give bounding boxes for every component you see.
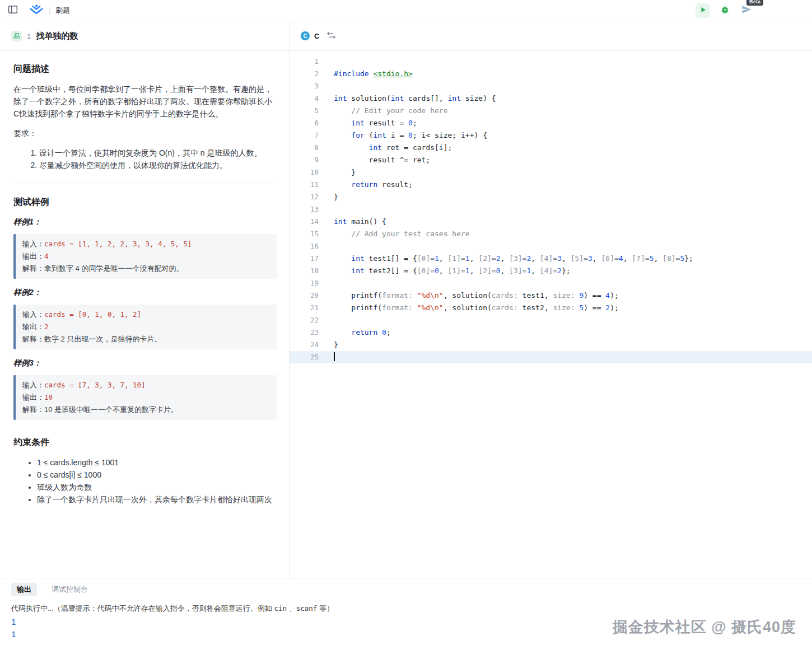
section-divider bbox=[13, 184, 277, 184]
line-number: 24 bbox=[290, 339, 319, 351]
sample-explanation: 解释：数字 2 只出现一次，是独特的卡片。 bbox=[22, 333, 270, 345]
line-number: 5 bbox=[290, 105, 319, 117]
line-number: 22 bbox=[290, 314, 319, 326]
code-line[interactable]: 5 // Edit your code here bbox=[290, 105, 812, 117]
console-tabs: 输出调试控制台 bbox=[11, 583, 801, 596]
requirements-list: 设计一个算法，使其时间复杂度为 O(n)，其中 n 是班级的人数。尽量减少额外空… bbox=[13, 147, 277, 171]
sidebar-toggle-icon bbox=[8, 4, 18, 16]
code-line[interactable]: 18 int test2[] = {[0]=0, [1]=1, [2]=0, [… bbox=[290, 265, 812, 277]
console-tab-debug[interactable]: 调试控制台 bbox=[52, 585, 88, 595]
code-line[interactable]: 14int main() { bbox=[290, 216, 812, 228]
console-tab-output[interactable]: 输出 bbox=[11, 583, 37, 596]
code-line[interactable]: 25 bbox=[290, 351, 812, 363]
output-line: 1 bbox=[11, 616, 801, 628]
line-number: 4 bbox=[290, 92, 319, 105]
section-title-samples: 测试样例 bbox=[13, 197, 277, 208]
code-line[interactable]: 15 // Add your test cases here bbox=[290, 228, 812, 240]
sample-output: 输出：4 bbox=[22, 250, 270, 263]
constraint-item: 除了一个数字卡片只出现一次外，其余每个数字卡片都恰好出现两次 bbox=[37, 493, 277, 506]
topbar-divider bbox=[49, 7, 50, 15]
juejin-logo[interactable] bbox=[29, 4, 44, 17]
code-line[interactable]: 13 bbox=[290, 203, 812, 216]
code-line[interactable]: 12} bbox=[290, 191, 812, 203]
run-button[interactable] bbox=[696, 3, 710, 18]
sample-label: 样例2： bbox=[13, 288, 277, 298]
constraints-list: 1 ≤ cards.length ≤ 10010 ≤ cards[i] ≤ 10… bbox=[13, 456, 277, 506]
line-number: 23 bbox=[290, 326, 319, 339]
difficulty-badge: 易 bbox=[11, 31, 22, 41]
debug-button[interactable] bbox=[717, 3, 732, 18]
line-number: 12 bbox=[290, 191, 319, 203]
editor-panel: C C 12#include <stdio.h>34int solution(i… bbox=[290, 21, 812, 578]
output-line: 1 bbox=[11, 628, 801, 641]
problem-title: 找单独的数 bbox=[36, 31, 78, 41]
code-line[interactable]: 11 return result; bbox=[290, 179, 812, 191]
bug-icon bbox=[720, 5, 730, 16]
code-line[interactable]: 22 bbox=[290, 314, 812, 326]
line-number: 25 bbox=[290, 351, 319, 363]
code-line[interactable]: 16 bbox=[290, 240, 812, 253]
problem-header: 易 1 找单独的数 bbox=[0, 21, 289, 51]
sample-box: 输入：cards = [1, 1, 2, 2, 3, 3, 4, 5, 5]输出… bbox=[13, 234, 277, 279]
beta-badge: Beta bbox=[746, 0, 763, 6]
line-number: 17 bbox=[290, 253, 319, 265]
requirement-item: 设计一个算法，使其时间复杂度为 O(n)，其中 n 是班级的人数。 bbox=[39, 147, 277, 159]
line-number: 13 bbox=[290, 203, 319, 216]
c-language-icon: C bbox=[301, 31, 310, 40]
constraint-item: 1 ≤ cards.length ≤ 1001 bbox=[37, 456, 277, 469]
requirements-label: 要求： bbox=[13, 129, 277, 139]
code-line[interactable]: 6 int result = 0; bbox=[290, 117, 812, 129]
app-window: 刷题 Beta bbox=[0, 0, 812, 645]
problem-body: 问题描述 在一个班级中，每位同学都拿到了一张卡片，上面有一个整数。有趣的是，除了… bbox=[0, 51, 289, 578]
sample-label: 样例1： bbox=[13, 217, 277, 227]
code-line[interactable]: 3 bbox=[290, 80, 812, 92]
requirement-item: 尽量减少额外空间的使用，以体现你的算法优化能力。 bbox=[39, 159, 277, 171]
samples-container: 样例1：输入：cards = [1, 1, 2, 2, 3, 3, 4, 5, … bbox=[13, 217, 277, 420]
line-number: 8 bbox=[290, 142, 319, 154]
sample-output: 输出：2 bbox=[22, 321, 270, 333]
app-title: 刷题 bbox=[55, 6, 70, 16]
sidebar-toggle-button[interactable] bbox=[6, 3, 20, 18]
topbar: 刷题 Beta bbox=[0, 0, 812, 21]
juejin-logo-icon bbox=[29, 4, 44, 17]
sample-box: 输入：cards = [7, 3, 3, 7, 10]输出：10解释：10 是班… bbox=[13, 375, 277, 420]
sample-label: 样例3： bbox=[13, 358, 277, 368]
console-outputs: 11 bbox=[11, 616, 801, 641]
code-line[interactable]: 1 bbox=[290, 55, 812, 68]
problem-panel: 易 1 找单独的数 问题描述 在一个班级中，每位同学都拿到了一张卡片，上面有一个… bbox=[0, 21, 290, 578]
code-line[interactable]: 23 return 0; bbox=[290, 326, 812, 339]
sample-box: 输入：cards = [0, 1, 0, 1, 2]输出：2解释：数字 2 只出… bbox=[13, 305, 277, 349]
sample-input: 输入：cards = [1, 1, 2, 2, 3, 3, 4, 5, 5] bbox=[22, 238, 270, 250]
line-number: 6 bbox=[290, 117, 319, 129]
console-panel: 输出调试控制台 代码执行中...（温馨提示：代码中不允许存在输入指令，否则将会阻… bbox=[0, 578, 812, 645]
swap-language-button[interactable] bbox=[327, 31, 335, 41]
paper-plane-icon bbox=[741, 4, 752, 16]
play-icon bbox=[699, 6, 707, 16]
code-line[interactable]: 20 printf(format: "%d\n", solution(cards… bbox=[290, 289, 812, 302]
line-number: 7 bbox=[290, 129, 319, 142]
line-number: 21 bbox=[290, 302, 319, 314]
code-line[interactable]: 21 printf(format: "%d\n", solution(cards… bbox=[290, 302, 812, 314]
line-number: 10 bbox=[290, 166, 319, 179]
section-title-description: 问题描述 bbox=[13, 63, 277, 75]
code-editor[interactable]: 12#include <stdio.h>34int solution(int c… bbox=[290, 51, 812, 578]
code-line[interactable]: 24} bbox=[290, 339, 812, 351]
console-message: 代码执行中...（温馨提示：代码中不允许存在输入指令，否则将会阻塞运行。例如 c… bbox=[11, 604, 801, 614]
code-line[interactable]: 7 for (int i = 0; i< size; i++) { bbox=[290, 129, 812, 142]
code-line[interactable]: 4int solution(int cards[], int size) { bbox=[290, 92, 812, 105]
section-title-constraints: 约束条件 bbox=[13, 437, 277, 448]
line-number: 9 bbox=[290, 154, 319, 166]
line-number: 2 bbox=[290, 68, 319, 80]
sample-explanation: 解释：拿到数字 4 的同学是唯一一个没有配对的。 bbox=[22, 263, 270, 275]
line-number: 3 bbox=[290, 80, 319, 92]
code-line[interactable]: 8 int ret = cards[i]; bbox=[290, 142, 812, 154]
sample-output: 输出：10 bbox=[22, 391, 270, 404]
line-number: 15 bbox=[290, 228, 319, 240]
code-line[interactable]: 2#include <stdio.h> bbox=[290, 68, 812, 80]
line-number: 16 bbox=[290, 240, 319, 253]
code-line[interactable]: 10 } bbox=[290, 166, 812, 179]
code-line[interactable]: 9 result ^= ret; bbox=[290, 154, 812, 166]
code-line[interactable]: 17 int test1[] = {[0]=1, [1]=1, [2]=2, [… bbox=[290, 253, 812, 265]
code-line[interactable]: 19 bbox=[290, 277, 812, 289]
sample-explanation: 解释：10 是班级中唯一一个不重复的数字卡片。 bbox=[22, 404, 270, 416]
